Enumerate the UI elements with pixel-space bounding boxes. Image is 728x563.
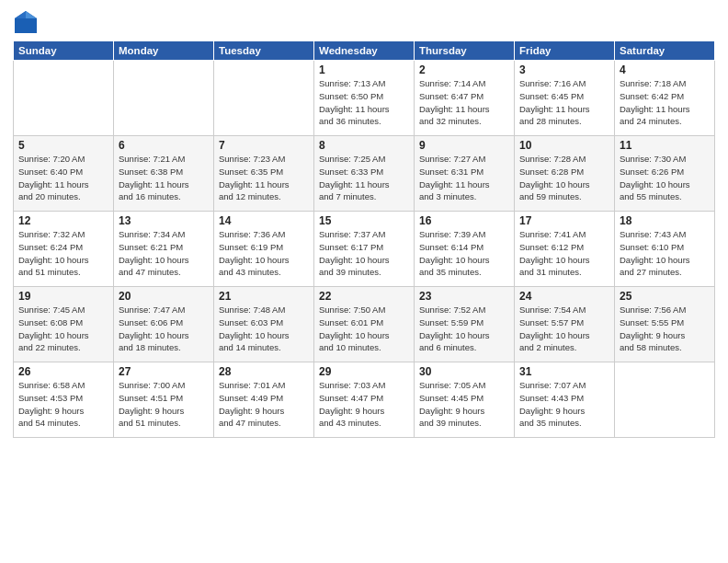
day-number: 24 — [519, 290, 609, 303]
calendar-cell: 31Sunrise: 7:07 AM Sunset: 4:43 PM Dayli… — [515, 362, 615, 438]
day-info: Sunrise: 7:37 AM Sunset: 6:17 PM Dayligh… — [319, 228, 409, 279]
calendar-cell: 6Sunrise: 7:21 AM Sunset: 6:38 PM Daylig… — [114, 136, 214, 212]
day-info: Sunrise: 7:14 AM Sunset: 6:47 PM Dayligh… — [419, 77, 509, 128]
calendar-cell: 25Sunrise: 7:56 AM Sunset: 5:55 PM Dayli… — [615, 287, 715, 362]
logo-icon — [13, 9, 39, 35]
day-info: Sunrise: 7:48 AM Sunset: 6:03 PM Dayligh… — [219, 304, 309, 354]
day-number: 25 — [620, 290, 710, 303]
calendar-cell: 30Sunrise: 7:05 AM Sunset: 4:45 PM Dayli… — [415, 362, 515, 438]
weekday-header: Friday — [515, 41, 615, 61]
calendar-cell: 5Sunrise: 7:20 AM Sunset: 6:40 PM Daylig… — [14, 136, 114, 212]
day-number: 28 — [219, 365, 309, 378]
day-info: Sunrise: 7:01 AM Sunset: 4:49 PM Dayligh… — [219, 379, 309, 430]
day-info: Sunrise: 7:18 AM Sunset: 6:42 PM Dayligh… — [620, 77, 710, 128]
day-number: 20 — [119, 290, 209, 303]
calendar-cell: 24Sunrise: 7:54 AM Sunset: 5:57 PM Dayli… — [515, 287, 615, 362]
calendar-cell: 16Sunrise: 7:39 AM Sunset: 6:14 PM Dayli… — [415, 212, 515, 287]
weekday-header: Tuesday — [214, 41, 314, 61]
day-number: 27 — [119, 365, 209, 378]
calendar-cell: 22Sunrise: 7:50 AM Sunset: 6:01 PM Dayli… — [314, 287, 415, 362]
day-number: 17 — [519, 214, 609, 227]
day-number: 8 — [319, 139, 409, 152]
day-info: Sunrise: 7:36 AM Sunset: 6:19 PM Dayligh… — [219, 228, 309, 279]
day-info: Sunrise: 7:13 AM Sunset: 6:50 PM Dayligh… — [319, 77, 409, 128]
weekday-header: Sunday — [14, 41, 114, 61]
calendar-cell: 1Sunrise: 7:13 AM Sunset: 6:50 PM Daylig… — [314, 61, 415, 136]
day-info: Sunrise: 7:20 AM Sunset: 6:40 PM Dayligh… — [18, 153, 108, 203]
day-number: 7 — [219, 139, 309, 152]
day-info: Sunrise: 7:16 AM Sunset: 6:45 PM Dayligh… — [519, 77, 609, 128]
day-info: Sunrise: 7:30 AM Sunset: 6:26 PM Dayligh… — [620, 153, 710, 203]
logo — [13, 9, 42, 35]
day-number: 9 — [419, 139, 509, 152]
header — [13, 9, 715, 35]
day-number: 22 — [319, 290, 409, 303]
day-number: 3 — [519, 63, 609, 76]
day-number: 18 — [620, 214, 710, 227]
day-info: Sunrise: 6:58 AM Sunset: 4:53 PM Dayligh… — [18, 379, 108, 430]
day-info: Sunrise: 7:03 AM Sunset: 4:47 PM Dayligh… — [319, 379, 409, 430]
calendar-cell — [14, 61, 114, 136]
day-number: 4 — [620, 63, 710, 76]
day-info: Sunrise: 7:41 AM Sunset: 6:12 PM Dayligh… — [519, 228, 609, 279]
day-number: 31 — [519, 365, 609, 378]
day-number: 16 — [419, 214, 509, 227]
calendar-cell: 12Sunrise: 7:32 AM Sunset: 6:24 PM Dayli… — [14, 212, 114, 287]
day-info: Sunrise: 7:34 AM Sunset: 6:21 PM Dayligh… — [119, 228, 209, 279]
calendar-cell: 4Sunrise: 7:18 AM Sunset: 6:42 PM Daylig… — [615, 61, 715, 136]
calendar-cell: 3Sunrise: 7:16 AM Sunset: 6:45 PM Daylig… — [515, 61, 615, 136]
svg-marker-2 — [15, 11, 26, 18]
calendar-cell — [214, 61, 314, 136]
weekday-header: Saturday — [615, 41, 715, 61]
day-number: 5 — [18, 139, 108, 152]
calendar-cell: 8Sunrise: 7:25 AM Sunset: 6:33 PM Daylig… — [314, 136, 415, 212]
day-info: Sunrise: 7:00 AM Sunset: 4:51 PM Dayligh… — [119, 379, 209, 430]
day-number: 13 — [119, 214, 209, 227]
weekday-header: Wednesday — [314, 41, 415, 61]
day-info: Sunrise: 7:25 AM Sunset: 6:33 PM Dayligh… — [319, 153, 409, 203]
calendar-table: SundayMondayTuesdayWednesdayThursdayFrid… — [13, 40, 715, 438]
day-number: 29 — [319, 365, 409, 378]
calendar-cell: 10Sunrise: 7:28 AM Sunset: 6:28 PM Dayli… — [515, 136, 615, 212]
day-info: Sunrise: 7:45 AM Sunset: 6:08 PM Dayligh… — [18, 304, 108, 354]
calendar-week-row: 26Sunrise: 6:58 AM Sunset: 4:53 PM Dayli… — [14, 362, 715, 438]
calendar-cell: 9Sunrise: 7:27 AM Sunset: 6:31 PM Daylig… — [415, 136, 515, 212]
calendar-week-row: 19Sunrise: 7:45 AM Sunset: 6:08 PM Dayli… — [14, 287, 715, 362]
calendar-cell: 15Sunrise: 7:37 AM Sunset: 6:17 PM Dayli… — [314, 212, 415, 287]
day-info: Sunrise: 7:47 AM Sunset: 6:06 PM Dayligh… — [119, 304, 209, 354]
calendar-cell: 28Sunrise: 7:01 AM Sunset: 4:49 PM Dayli… — [214, 362, 314, 438]
calendar-cell: 13Sunrise: 7:34 AM Sunset: 6:21 PM Dayli… — [114, 212, 214, 287]
day-number: 6 — [119, 139, 209, 152]
calendar-cell: 19Sunrise: 7:45 AM Sunset: 6:08 PM Dayli… — [14, 287, 114, 362]
calendar-cell: 18Sunrise: 7:43 AM Sunset: 6:10 PM Dayli… — [615, 212, 715, 287]
weekday-header: Monday — [114, 41, 214, 61]
calendar-cell — [114, 61, 214, 136]
calendar-cell: 20Sunrise: 7:47 AM Sunset: 6:06 PM Dayli… — [114, 287, 214, 362]
calendar-week-row: 12Sunrise: 7:32 AM Sunset: 6:24 PM Dayli… — [14, 212, 715, 287]
day-number: 23 — [419, 290, 509, 303]
day-number: 21 — [219, 290, 309, 303]
day-number: 14 — [219, 214, 309, 227]
calendar-cell: 7Sunrise: 7:23 AM Sunset: 6:35 PM Daylig… — [214, 136, 314, 212]
day-info: Sunrise: 7:39 AM Sunset: 6:14 PM Dayligh… — [419, 228, 509, 279]
weekday-header: Thursday — [415, 41, 515, 61]
calendar-cell: 29Sunrise: 7:03 AM Sunset: 4:47 PM Dayli… — [314, 362, 415, 438]
day-number: 2 — [419, 63, 509, 76]
calendar-cell: 17Sunrise: 7:41 AM Sunset: 6:12 PM Dayli… — [515, 212, 615, 287]
day-number: 30 — [419, 365, 509, 378]
svg-marker-1 — [26, 11, 37, 18]
day-info: Sunrise: 7:07 AM Sunset: 4:43 PM Dayligh… — [519, 379, 609, 430]
calendar-week-row: 5Sunrise: 7:20 AM Sunset: 6:40 PM Daylig… — [14, 136, 715, 212]
calendar-cell: 27Sunrise: 7:00 AM Sunset: 4:51 PM Dayli… — [114, 362, 214, 438]
calendar-cell: 21Sunrise: 7:48 AM Sunset: 6:03 PM Dayli… — [214, 287, 314, 362]
day-number: 1 — [319, 63, 409, 76]
day-info: Sunrise: 7:32 AM Sunset: 6:24 PM Dayligh… — [18, 228, 108, 279]
day-number: 11 — [620, 139, 710, 152]
day-number: 15 — [319, 214, 409, 227]
day-info: Sunrise: 7:56 AM Sunset: 5:55 PM Dayligh… — [620, 304, 710, 354]
day-info: Sunrise: 7:54 AM Sunset: 5:57 PM Dayligh… — [519, 304, 609, 354]
day-info: Sunrise: 7:28 AM Sunset: 6:28 PM Dayligh… — [519, 153, 609, 203]
day-info: Sunrise: 7:50 AM Sunset: 6:01 PM Dayligh… — [319, 304, 409, 354]
day-info: Sunrise: 7:52 AM Sunset: 5:59 PM Dayligh… — [419, 304, 509, 354]
day-number: 19 — [18, 290, 108, 303]
